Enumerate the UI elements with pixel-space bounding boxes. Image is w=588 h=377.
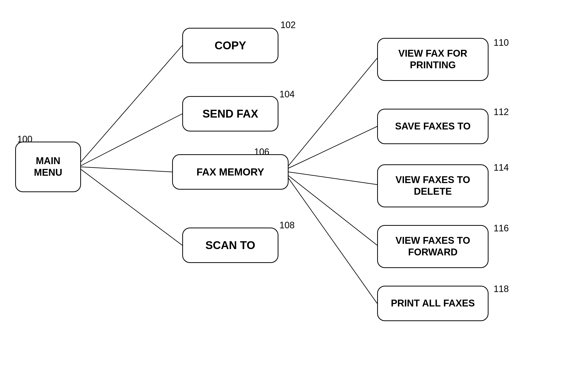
- ref-114: 114: [494, 162, 509, 173]
- view-faxes-delete-node: VIEW FAXES TO DELETE: [377, 164, 489, 207]
- ref-108: 108: [279, 220, 295, 231]
- svg-line-7: [289, 176, 377, 245]
- svg-line-3: [81, 169, 182, 245]
- ref-112: 112: [494, 107, 509, 117]
- ref-104: 104: [279, 89, 295, 100]
- ref-106: 106: [254, 147, 269, 157]
- scan-to-node: SCAN TO: [182, 228, 278, 263]
- svg-line-8: [289, 178, 377, 303]
- svg-line-0: [81, 46, 182, 162]
- view-faxes-forward-node: VIEW FAXES TO FORWARD: [377, 225, 489, 268]
- svg-line-4: [289, 58, 377, 166]
- svg-line-6: [289, 172, 377, 185]
- save-faxes-to-node: SAVE FAXES TO: [377, 109, 489, 144]
- print-all-faxes-node: PRINT ALL FAXES: [377, 286, 489, 321]
- main-menu-node: MAIN MENU: [15, 142, 81, 192]
- ref-116: 116: [494, 223, 509, 234]
- svg-line-5: [289, 126, 377, 168]
- fax-memory-node: FAX MEMORY: [172, 154, 289, 190]
- svg-line-1: [81, 114, 182, 166]
- ref-110: 110: [494, 37, 509, 48]
- diagram-container: MAIN MENU 100 COPY 102 SEND FAX 104 FAX …: [0, 0, 588, 377]
- svg-line-2: [81, 167, 172, 172]
- connector-lines: [0, 0, 588, 377]
- ref-100: 100: [17, 134, 32, 145]
- ref-102: 102: [280, 20, 296, 30]
- send-fax-node: SEND FAX: [182, 96, 278, 131]
- view-fax-printing-node: VIEW FAX FOR PRINTING: [377, 38, 489, 81]
- ref-118: 118: [494, 284, 509, 294]
- copy-node: COPY: [182, 28, 278, 63]
